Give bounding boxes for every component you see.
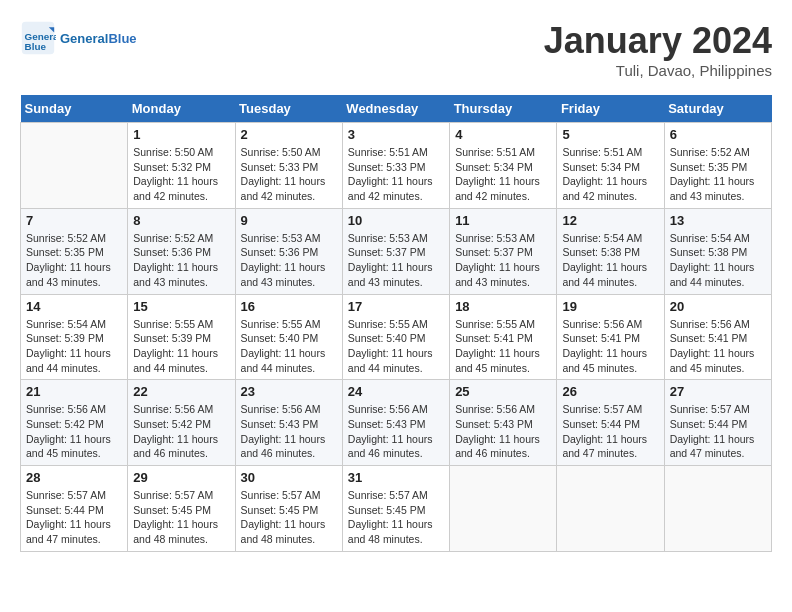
day-info: Sunrise: 5:57 AMSunset: 5:44 PMDaylight:… <box>26 488 122 547</box>
weekday-header-saturday: Saturday <box>664 95 771 123</box>
day-info: Sunrise: 5:54 AMSunset: 5:38 PMDaylight:… <box>670 231 766 290</box>
day-number: 7 <box>26 213 122 228</box>
calendar-week-1: 1Sunrise: 5:50 AMSunset: 5:32 PMDaylight… <box>21 123 772 209</box>
day-number: 26 <box>562 384 658 399</box>
calendar-week-5: 28Sunrise: 5:57 AMSunset: 5:44 PMDayligh… <box>21 466 772 552</box>
title-block: January 2024 Tuli, Davao, Philippines <box>544 20 772 79</box>
calendar-cell: 31Sunrise: 5:57 AMSunset: 5:45 PMDayligh… <box>342 466 449 552</box>
day-info: Sunrise: 5:57 AMSunset: 5:45 PMDaylight:… <box>241 488 337 547</box>
calendar-cell: 27Sunrise: 5:57 AMSunset: 5:44 PMDayligh… <box>664 380 771 466</box>
day-number: 10 <box>348 213 444 228</box>
logo: General Blue GeneralBlue <box>20 20 137 56</box>
day-number: 19 <box>562 299 658 314</box>
day-number: 6 <box>670 127 766 142</box>
day-info: Sunrise: 5:55 AMSunset: 5:40 PMDaylight:… <box>241 317 337 376</box>
calendar-cell: 10Sunrise: 5:53 AMSunset: 5:37 PMDayligh… <box>342 208 449 294</box>
day-number: 17 <box>348 299 444 314</box>
calendar-week-4: 21Sunrise: 5:56 AMSunset: 5:42 PMDayligh… <box>21 380 772 466</box>
calendar-cell <box>450 466 557 552</box>
day-number: 14 <box>26 299 122 314</box>
weekday-header-thursday: Thursday <box>450 95 557 123</box>
day-number: 5 <box>562 127 658 142</box>
page-header: General Blue GeneralBlue January 2024 Tu… <box>20 20 772 79</box>
calendar-cell: 18Sunrise: 5:55 AMSunset: 5:41 PMDayligh… <box>450 294 557 380</box>
day-info: Sunrise: 5:50 AMSunset: 5:32 PMDaylight:… <box>133 145 229 204</box>
day-info: Sunrise: 5:55 AMSunset: 5:39 PMDaylight:… <box>133 317 229 376</box>
weekday-header-friday: Friday <box>557 95 664 123</box>
day-number: 1 <box>133 127 229 142</box>
day-info: Sunrise: 5:56 AMSunset: 5:43 PMDaylight:… <box>348 402 444 461</box>
calendar-cell: 15Sunrise: 5:55 AMSunset: 5:39 PMDayligh… <box>128 294 235 380</box>
day-number: 23 <box>241 384 337 399</box>
calendar-cell: 24Sunrise: 5:56 AMSunset: 5:43 PMDayligh… <box>342 380 449 466</box>
day-info: Sunrise: 5:57 AMSunset: 5:44 PMDaylight:… <box>670 402 766 461</box>
calendar-cell: 7Sunrise: 5:52 AMSunset: 5:35 PMDaylight… <box>21 208 128 294</box>
day-info: Sunrise: 5:57 AMSunset: 5:45 PMDaylight:… <box>133 488 229 547</box>
location: Tuli, Davao, Philippines <box>544 62 772 79</box>
calendar-cell <box>664 466 771 552</box>
calendar-cell <box>21 123 128 209</box>
day-info: Sunrise: 5:55 AMSunset: 5:41 PMDaylight:… <box>455 317 551 376</box>
day-number: 15 <box>133 299 229 314</box>
calendar-cell: 21Sunrise: 5:56 AMSunset: 5:42 PMDayligh… <box>21 380 128 466</box>
calendar-cell: 20Sunrise: 5:56 AMSunset: 5:41 PMDayligh… <box>664 294 771 380</box>
day-number: 30 <box>241 470 337 485</box>
calendar-cell: 4Sunrise: 5:51 AMSunset: 5:34 PMDaylight… <box>450 123 557 209</box>
month-title: January 2024 <box>544 20 772 62</box>
day-info: Sunrise: 5:54 AMSunset: 5:38 PMDaylight:… <box>562 231 658 290</box>
weekday-header-row: SundayMondayTuesdayWednesdayThursdayFrid… <box>21 95 772 123</box>
day-info: Sunrise: 5:54 AMSunset: 5:39 PMDaylight:… <box>26 317 122 376</box>
day-number: 27 <box>670 384 766 399</box>
calendar-cell: 9Sunrise: 5:53 AMSunset: 5:36 PMDaylight… <box>235 208 342 294</box>
weekday-header-monday: Monday <box>128 95 235 123</box>
day-number: 28 <box>26 470 122 485</box>
day-info: Sunrise: 5:51 AMSunset: 5:34 PMDaylight:… <box>562 145 658 204</box>
calendar-week-3: 14Sunrise: 5:54 AMSunset: 5:39 PMDayligh… <box>21 294 772 380</box>
day-info: Sunrise: 5:53 AMSunset: 5:36 PMDaylight:… <box>241 231 337 290</box>
day-info: Sunrise: 5:53 AMSunset: 5:37 PMDaylight:… <box>348 231 444 290</box>
day-info: Sunrise: 5:52 AMSunset: 5:35 PMDaylight:… <box>26 231 122 290</box>
calendar-cell: 29Sunrise: 5:57 AMSunset: 5:45 PMDayligh… <box>128 466 235 552</box>
calendar-cell: 25Sunrise: 5:56 AMSunset: 5:43 PMDayligh… <box>450 380 557 466</box>
logo-text: GeneralBlue <box>60 31 137 46</box>
calendar-cell: 8Sunrise: 5:52 AMSunset: 5:36 PMDaylight… <box>128 208 235 294</box>
calendar-cell: 3Sunrise: 5:51 AMSunset: 5:33 PMDaylight… <box>342 123 449 209</box>
calendar-cell: 1Sunrise: 5:50 AMSunset: 5:32 PMDaylight… <box>128 123 235 209</box>
day-number: 3 <box>348 127 444 142</box>
day-number: 9 <box>241 213 337 228</box>
calendar-cell <box>557 466 664 552</box>
day-info: Sunrise: 5:55 AMSunset: 5:40 PMDaylight:… <box>348 317 444 376</box>
day-info: Sunrise: 5:56 AMSunset: 5:41 PMDaylight:… <box>670 317 766 376</box>
calendar-cell: 2Sunrise: 5:50 AMSunset: 5:33 PMDaylight… <box>235 123 342 209</box>
calendar-cell: 12Sunrise: 5:54 AMSunset: 5:38 PMDayligh… <box>557 208 664 294</box>
day-number: 16 <box>241 299 337 314</box>
calendar-cell: 14Sunrise: 5:54 AMSunset: 5:39 PMDayligh… <box>21 294 128 380</box>
day-info: Sunrise: 5:57 AMSunset: 5:44 PMDaylight:… <box>562 402 658 461</box>
day-number: 2 <box>241 127 337 142</box>
calendar-cell: 28Sunrise: 5:57 AMSunset: 5:44 PMDayligh… <box>21 466 128 552</box>
day-number: 20 <box>670 299 766 314</box>
day-number: 22 <box>133 384 229 399</box>
day-info: Sunrise: 5:50 AMSunset: 5:33 PMDaylight:… <box>241 145 337 204</box>
day-info: Sunrise: 5:57 AMSunset: 5:45 PMDaylight:… <box>348 488 444 547</box>
calendar-cell: 11Sunrise: 5:53 AMSunset: 5:37 PMDayligh… <box>450 208 557 294</box>
day-number: 24 <box>348 384 444 399</box>
calendar-cell: 26Sunrise: 5:57 AMSunset: 5:44 PMDayligh… <box>557 380 664 466</box>
day-number: 18 <box>455 299 551 314</box>
day-number: 21 <box>26 384 122 399</box>
calendar-cell: 5Sunrise: 5:51 AMSunset: 5:34 PMDaylight… <box>557 123 664 209</box>
logo-icon: General Blue <box>20 20 56 56</box>
calendar-cell: 22Sunrise: 5:56 AMSunset: 5:42 PMDayligh… <box>128 380 235 466</box>
day-number: 12 <box>562 213 658 228</box>
day-number: 4 <box>455 127 551 142</box>
day-number: 13 <box>670 213 766 228</box>
day-number: 11 <box>455 213 551 228</box>
weekday-header-sunday: Sunday <box>21 95 128 123</box>
day-number: 8 <box>133 213 229 228</box>
day-info: Sunrise: 5:56 AMSunset: 5:43 PMDaylight:… <box>455 402 551 461</box>
day-info: Sunrise: 5:56 AMSunset: 5:41 PMDaylight:… <box>562 317 658 376</box>
day-info: Sunrise: 5:52 AMSunset: 5:35 PMDaylight:… <box>670 145 766 204</box>
calendar-table: SundayMondayTuesdayWednesdayThursdayFrid… <box>20 95 772 552</box>
day-number: 29 <box>133 470 229 485</box>
calendar-cell: 16Sunrise: 5:55 AMSunset: 5:40 PMDayligh… <box>235 294 342 380</box>
